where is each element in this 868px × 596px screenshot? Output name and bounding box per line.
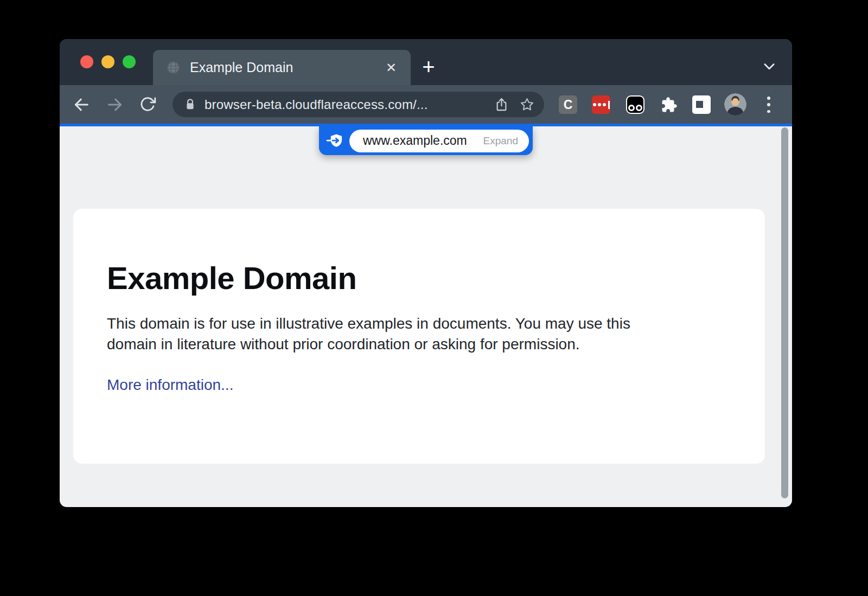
forward-button[interactable] <box>106 95 124 114</box>
url-text: browser-beta.cloudflareaccess.com/... <box>205 97 488 112</box>
extension-c-icon[interactable]: C <box>559 95 577 114</box>
fullscreen-window-button[interactable] <box>123 55 136 68</box>
extensions-puzzle-icon[interactable] <box>660 95 678 114</box>
lock-icon <box>184 98 196 111</box>
tab-search-chevron-icon[interactable] <box>762 59 777 74</box>
tab-strip: Example Domain ✕ + <box>60 39 792 85</box>
tab-title: Example Domain <box>190 60 385 75</box>
back-button[interactable] <box>72 95 91 114</box>
address-bar[interactable]: browser-beta.cloudflareaccess.com/... <box>173 92 544 117</box>
profile-avatar[interactable] <box>724 93 746 116</box>
reload-button[interactable] <box>139 95 157 114</box>
host-chip[interactable]: www.example.com Expand <box>349 130 529 152</box>
remote-host-pill: www.example.com Expand <box>319 126 533 155</box>
page-card: Example Domain This domain is for use in… <box>73 209 765 464</box>
page-paragraph: This domain is for use in illustrative e… <box>107 313 765 355</box>
close-window-button[interactable] <box>80 55 93 68</box>
paragraph-line-2: domain in literature without prior coord… <box>107 334 765 355</box>
scrollbar-thumb[interactable] <box>781 127 788 498</box>
browser-menu-icon[interactable] <box>765 97 772 113</box>
bookmark-star-icon[interactable] <box>520 97 534 112</box>
extension-c-label: C <box>564 98 573 112</box>
shield-arrow-icon <box>326 133 344 149</box>
browser-window: Example Domain ✕ + browser-beta.cloudfla… <box>60 39 792 507</box>
minimize-window-button[interactable] <box>101 55 114 68</box>
paragraph-line-1: This domain is for use in illustrative e… <box>107 313 765 334</box>
tab-close-icon[interactable]: ✕ <box>385 60 398 75</box>
side-panel-icon[interactable] <box>692 95 711 114</box>
more-information-link[interactable]: More information... <box>107 376 233 394</box>
extension-goggles-icon[interactable] <box>626 95 644 114</box>
globe-icon <box>166 60 181 75</box>
window-controls <box>80 55 136 68</box>
new-tab-button[interactable]: + <box>417 55 441 79</box>
page-title: Example Domain <box>107 260 765 296</box>
page-viewport: www.example.com Expand Example Domain Th… <box>60 126 792 507</box>
expand-button[interactable]: Expand <box>483 135 518 147</box>
share-icon[interactable] <box>494 97 509 112</box>
tab-example-domain[interactable]: Example Domain ✕ <box>153 50 411 85</box>
toolbar: browser-beta.cloudflareaccess.com/... C <box>60 85 792 124</box>
extension-password-manager-icon[interactable] <box>592 95 610 114</box>
host-text: www.example.com <box>363 133 467 148</box>
